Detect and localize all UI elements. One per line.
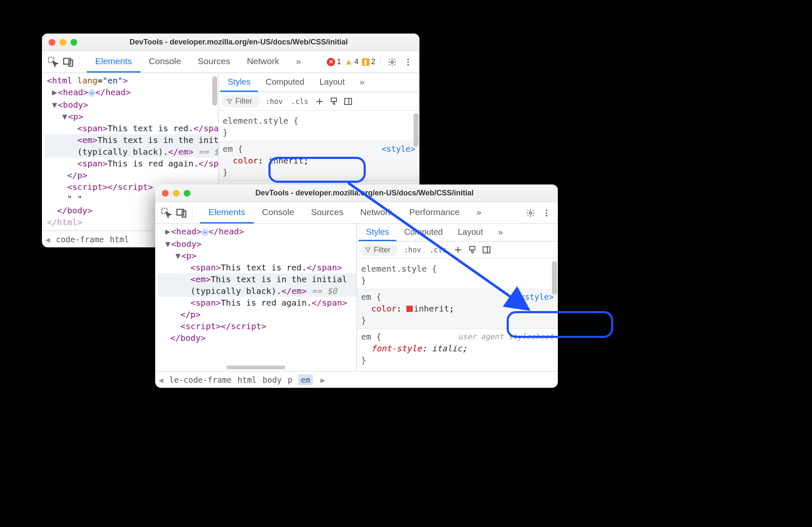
crumb[interactable]: p (288, 375, 292, 384)
window-title: DevTools - developer.mozilla.org/en-US/d… (195, 189, 551, 197)
filter-input[interactable]: Filter (222, 95, 260, 107)
close-icon[interactable] (162, 190, 169, 197)
color-swatch-icon[interactable] (406, 306, 413, 312)
stab-layout[interactable]: Layout (450, 224, 491, 241)
gear-icon[interactable] (386, 56, 398, 68)
svg-point-4 (407, 58, 409, 60)
svg-point-6 (407, 64, 409, 65)
svg-point-13 (529, 212, 532, 214)
tab-sources[interactable]: Sources (190, 51, 239, 73)
error-badge[interactable]: ✕1 (327, 57, 341, 66)
filter-placeholder: Filter (235, 97, 252, 106)
tab-network[interactable]: Network (352, 202, 401, 223)
rule-element-style[interactable]: element.style { } (357, 261, 558, 289)
close-icon[interactable] (49, 39, 55, 46)
brush-icon[interactable] (328, 97, 339, 106)
filter-icon (226, 98, 233, 105)
scrollbar[interactable] (552, 261, 557, 295)
inspect-icon[interactable] (47, 56, 60, 68)
minimize-icon[interactable] (60, 39, 66, 46)
svg-point-15 (546, 212, 547, 214)
tab-more[interactable]: » (288, 51, 310, 73)
zoom-icon[interactable] (70, 39, 77, 46)
gear-icon[interactable] (524, 207, 537, 219)
divider (79, 56, 79, 68)
stab-styles[interactable]: Styles (359, 224, 396, 241)
svg-rect-17 (469, 247, 475, 250)
new-rule-icon[interactable] (453, 245, 463, 254)
zoom-icon[interactable] (184, 190, 190, 197)
crumb[interactable]: le-code-frame (169, 375, 232, 384)
computed-panel-icon[interactable] (343, 97, 354, 106)
kebab-icon[interactable] (540, 207, 553, 219)
tab-sources[interactable]: Sources (303, 202, 352, 223)
crumb[interactable]: code-frame (56, 235, 104, 244)
tab-elements[interactable]: Elements (200, 202, 254, 223)
style-source-link[interactable]: <style> (520, 291, 554, 303)
inspect-icon[interactable] (160, 207, 173, 219)
hov-toggle[interactable]: :hov (263, 96, 285, 106)
style-source-link[interactable]: <style> (382, 143, 415, 155)
cls-toggle[interactable]: .cls (289, 96, 311, 106)
scrollbar-horiz[interactable] (226, 366, 285, 369)
hov-toggle[interactable]: :hov (401, 245, 424, 255)
kebab-icon[interactable] (402, 56, 414, 68)
tab-console[interactable]: Console (141, 51, 190, 73)
device-toggle-icon[interactable] (175, 207, 188, 219)
chevron-left-icon[interactable]: ◀ (45, 235, 50, 244)
info-badge[interactable]: ❚2 (362, 57, 375, 66)
stab-more[interactable]: » (491, 224, 510, 241)
main-toolbar: Elements Console Sources Network » ✕1 ▲4… (42, 51, 419, 73)
scrollbar[interactable] (212, 76, 217, 106)
stab-computed[interactable]: Computed (258, 73, 312, 92)
filter-placeholder: Filter (374, 246, 390, 254)
annotation-circle-before (268, 157, 366, 183)
minimize-icon[interactable] (173, 190, 180, 197)
device-toggle-icon[interactable] (62, 56, 75, 68)
svg-rect-8 (345, 98, 352, 104)
stab-styles[interactable]: Styles (220, 73, 258, 92)
chevron-right-icon[interactable]: ▶ (320, 375, 325, 384)
tab-elements[interactable]: Elements (87, 51, 141, 73)
crumb-selected[interactable]: em (298, 374, 313, 385)
traffic-lights (49, 39, 77, 46)
scrollbar[interactable] (414, 113, 419, 147)
divider (192, 207, 193, 219)
stab-layout[interactable]: Layout (312, 73, 352, 92)
computed-panel-icon[interactable] (481, 245, 492, 254)
tab-network[interactable]: Network (239, 51, 288, 73)
panel-tabs: Elements Console Sources Network Perform… (200, 202, 490, 223)
breadcrumb-bar[interactable]: ◀ le-code-frame html body p em ▶ (155, 371, 558, 388)
devtools-window-after: DevTools - developer.mozilla.org/en-US/d… (155, 184, 558, 388)
annotation-circle-after (507, 311, 613, 338)
svg-point-14 (546, 209, 547, 211)
filter-icon (364, 247, 371, 253)
rule-element-style[interactable]: element.style { } (219, 113, 419, 141)
panel-tabs: Elements Console Sources Network » (87, 51, 309, 73)
tab-console[interactable]: Console (254, 202, 303, 223)
new-rule-icon[interactable] (314, 97, 325, 106)
main-toolbar: Elements Console Sources Network Perform… (155, 202, 558, 224)
chevron-left-icon[interactable]: ◀ (159, 375, 163, 384)
crumb[interactable]: html (237, 375, 257, 384)
filter-input[interactable]: Filter (360, 244, 398, 256)
filter-row: Filter :hov .cls (219, 92, 419, 111)
crumb[interactable]: html (110, 235, 129, 244)
titlebar: DevTools - developer.mozilla.org/en-US/d… (155, 184, 558, 202)
svg-point-3 (391, 61, 393, 63)
filter-row: Filter :hov .cls (357, 241, 558, 259)
stab-computed[interactable]: Computed (396, 224, 450, 241)
svg-rect-11 (177, 209, 184, 215)
tab-performance[interactable]: Performance (401, 202, 468, 223)
brush-icon[interactable] (467, 245, 478, 254)
dom-tree[interactable]: ▶<head>⋯</head> ▼<body> ▼<p> <span>This … (155, 224, 357, 371)
titlebar: DevTools - developer.mozilla.org/en-US/d… (42, 34, 419, 51)
cls-toggle[interactable]: .cls (427, 245, 449, 255)
warning-badge[interactable]: ▲4 (344, 57, 359, 67)
tab-more[interactable]: » (468, 202, 490, 223)
svg-point-16 (546, 215, 547, 216)
crumb[interactable]: body (263, 375, 282, 384)
stab-more[interactable]: » (352, 73, 372, 92)
styles-tabbar: Styles Computed Layout » (219, 73, 419, 92)
divider (380, 56, 381, 68)
